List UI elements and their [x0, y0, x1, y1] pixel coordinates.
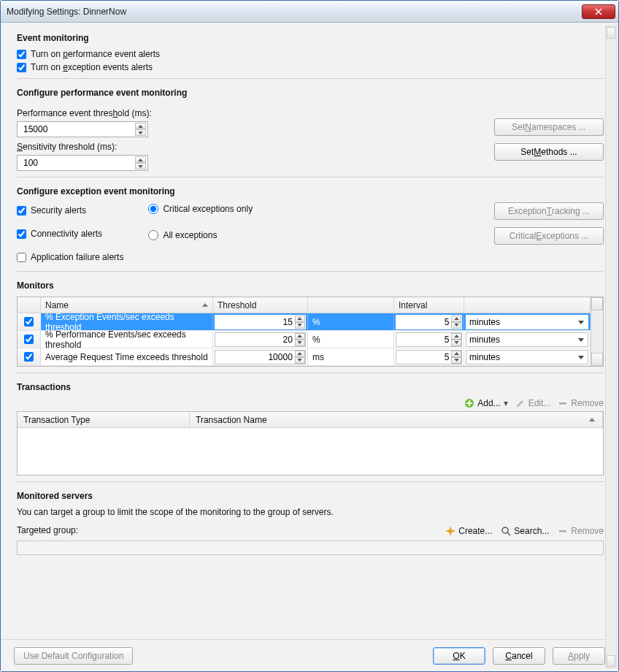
checkbox-appfail[interactable]	[17, 253, 26, 262]
label-perf-alerts: Turn on performance event alerts	[31, 49, 160, 59]
monitor-threshold-unit: %	[308, 331, 394, 348]
col-checkbox[interactable]	[18, 297, 41, 313]
minus-icon	[558, 398, 568, 408]
col-transaction-name[interactable]: Transaction Name	[190, 412, 603, 427]
radio-critical-only[interactable]	[148, 204, 158, 214]
search-icon	[501, 526, 511, 536]
spin-down-icon[interactable]	[136, 129, 146, 136]
transactions-remove-button[interactable]: Remove	[558, 398, 604, 408]
monitor-row-name: % Exception Events/sec exceeds threshold	[41, 313, 213, 330]
spin-up-icon[interactable]	[136, 156, 146, 163]
label-security: Security alerts	[31, 205, 86, 215]
servers-remove-button[interactable]: Remove	[558, 526, 604, 536]
radio-all-exceptions[interactable]	[148, 230, 158, 240]
monitor-interval-field[interactable]	[396, 352, 451, 362]
monitor-interval-input[interactable]	[396, 315, 462, 329]
transactions-header: Transaction Type Transaction Name	[18, 412, 603, 428]
monitors-scrollbar[interactable]	[591, 297, 603, 366]
monitor-interval-unit-dropdown[interactable]: minutes	[466, 315, 588, 329]
bottom-button-bar: Use Default Configuration OK Cancel Appl…	[1, 639, 618, 671]
heading-servers: Monitored servers	[17, 491, 604, 501]
transactions-remove-label: Remove	[571, 398, 604, 408]
label-appfail: Application failure alerts	[31, 252, 123, 262]
close-button[interactable]	[582, 4, 615, 19]
col-threshold-unit	[308, 297, 394, 313]
spinner[interactable]	[451, 351, 461, 364]
set-namespaces-button[interactable]: Set Namespaces ...	[494, 118, 604, 136]
col-threshold[interactable]: Threshold	[213, 297, 308, 313]
monitor-interval-input[interactable]	[396, 350, 462, 364]
checkbox-security[interactable]	[17, 206, 26, 215]
spinner[interactable]	[295, 316, 305, 329]
ok-button[interactable]: OK	[433, 647, 485, 665]
monitor-threshold-input[interactable]	[215, 350, 306, 364]
spinner[interactable]	[451, 333, 461, 346]
monitor-threshold-field[interactable]	[215, 335, 295, 345]
monitor-row-checkbox[interactable]	[24, 352, 34, 362]
monitor-threshold-field[interactable]	[215, 317, 295, 327]
heading-perf-config: Configure performance event monitoring	[17, 88, 604, 98]
plus-icon	[464, 398, 474, 408]
spinner[interactable]	[451, 316, 461, 329]
servers-create-button[interactable]: Create...	[445, 526, 492, 536]
spinner-threshold[interactable]	[135, 123, 146, 136]
monitor-interval-unit-dropdown[interactable]: minutes	[466, 350, 588, 364]
monitor-interval-field[interactable]	[396, 317, 451, 327]
exception-tracking-button[interactable]: Exception Tracking ...	[494, 202, 604, 220]
monitor-threshold-input[interactable]	[215, 332, 306, 347]
window-frame: Modifying Settings: DinnerNow Event moni…	[0, 0, 619, 672]
servers-search-button[interactable]: Search...	[501, 526, 549, 536]
monitor-interval-unit-dropdown[interactable]: minutes	[466, 332, 588, 347]
checkbox-connectivity[interactable]	[17, 229, 26, 239]
col-transaction-type[interactable]: Transaction Type	[18, 412, 190, 427]
monitor-row-checkbox[interactable]	[24, 317, 34, 327]
critical-exceptions-button[interactable]: Critical Exceptions ...	[494, 227, 604, 245]
transactions-edit-button[interactable]: Edit...	[515, 398, 551, 408]
monitor-row[interactable]: % Exception Events/sec exceeds threshold…	[18, 313, 591, 331]
cancel-button[interactable]: Cancel	[493, 647, 545, 665]
apply-button[interactable]: Apply	[553, 647, 605, 665]
monitor-row-checkbox[interactable]	[24, 335, 34, 344]
col-interval[interactable]: Interval	[394, 297, 464, 313]
monitor-interval-field[interactable]	[396, 335, 451, 345]
servers-search-label: Search...	[514, 526, 549, 536]
svg-rect-3	[559, 530, 566, 532]
monitors-table: Name Threshold Interval % Exception Even…	[17, 297, 604, 367]
monitor-interval-input[interactable]	[396, 332, 462, 347]
use-default-config-button[interactable]: Use Default Configuration	[14, 647, 133, 665]
monitor-threshold-field[interactable]	[215, 352, 295, 362]
monitor-threshold-unit: %	[308, 313, 394, 330]
servers-description: You can target a group to limit the scop…	[17, 507, 604, 517]
input-threshold[interactable]	[17, 121, 148, 137]
window-title: Modifying Settings: DinnerNow	[7, 7, 126, 17]
heading-transactions: Transactions	[17, 382, 604, 392]
spinner-sensitivity[interactable]	[135, 156, 146, 169]
input-sensitivity[interactable]	[17, 155, 148, 171]
checkbox-exc-alerts[interactable]	[17, 63, 26, 72]
col-interval-unit	[464, 297, 591, 313]
targeted-group-field[interactable]	[17, 541, 604, 555]
spin-down-icon[interactable]	[136, 163, 146, 169]
chevron-down-icon: ▾	[504, 398, 508, 408]
heading-event-monitoring: Event monitoring	[17, 33, 604, 43]
monitor-threshold-input[interactable]	[215, 315, 306, 329]
col-name[interactable]: Name	[41, 297, 213, 313]
input-sensitivity-field[interactable]	[22, 157, 135, 169]
page-scrollbar[interactable]	[605, 26, 617, 668]
spin-up-icon[interactable]	[136, 123, 146, 129]
monitor-row[interactable]: Average Request Time exceeds thresholdms…	[18, 348, 591, 366]
transactions-table: Transaction Type Transaction Name	[17, 411, 604, 476]
heading-exc-config: Configure exception event monitoring	[17, 186, 604, 196]
label-connectivity: Connectivity alerts	[31, 229, 102, 239]
label-all-exceptions: All exceptions	[163, 230, 217, 240]
transactions-add-button[interactable]: Add... ▾	[464, 398, 507, 408]
set-methods-button[interactable]: Set Methods ...	[494, 143, 604, 161]
monitors-header: Name Threshold Interval	[18, 297, 591, 313]
transactions-add-label: Add...	[477, 398, 500, 408]
svg-rect-1	[559, 402, 566, 405]
monitor-row[interactable]: % Performance Events/sec exceeds thresho…	[18, 331, 591, 348]
spinner[interactable]	[295, 351, 305, 364]
spinner[interactable]	[295, 333, 305, 346]
input-threshold-field[interactable]	[22, 123, 135, 135]
checkbox-perf-alerts[interactable]	[17, 50, 26, 59]
